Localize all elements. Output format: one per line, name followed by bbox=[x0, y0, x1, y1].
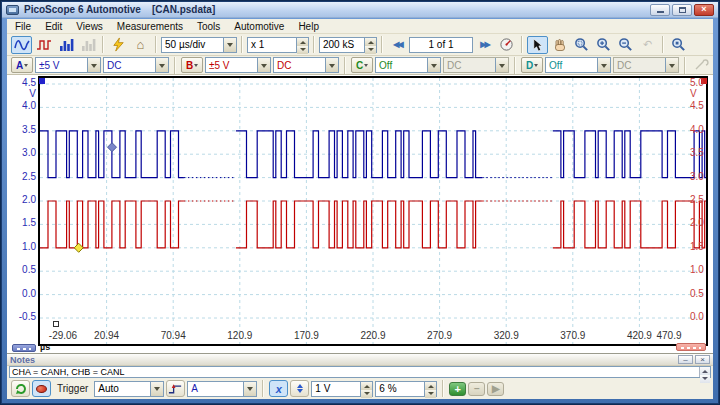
channel-d-range-select[interactable]: Off bbox=[545, 57, 611, 73]
x-axis-label: 20.94 bbox=[87, 331, 127, 341]
notes-text-input[interactable]: CHA = CANH, CHB = CANL bbox=[10, 367, 699, 377]
main-toolbar: ⌂ 50 µs/div x 1 200 kS ◀◀ 1 of 1 ▶▶ bbox=[7, 34, 713, 56]
trigger-marker-diamond[interactable] bbox=[74, 243, 83, 252]
menu-measurements[interactable]: Measurements bbox=[117, 21, 183, 32]
separator bbox=[102, 36, 104, 53]
dropdown-arrow-icon bbox=[597, 58, 610, 72]
rising-edge-icon bbox=[168, 382, 183, 396]
menu-views[interactable]: Views bbox=[76, 21, 103, 32]
trigger-level-stepper[interactable]: 1 V bbox=[311, 381, 373, 397]
channel-b-coupling-select[interactable]: DC bbox=[273, 57, 339, 73]
time-unit-label: µs bbox=[40, 342, 50, 352]
gauge-icon bbox=[499, 37, 514, 52]
notes-minimize-button[interactable]: – bbox=[678, 355, 693, 364]
trigger-label: Trigger bbox=[57, 383, 88, 394]
notes-title: Notes bbox=[10, 355, 35, 365]
channel-a-options-button[interactable]: A bbox=[11, 57, 33, 73]
trigger-edge-button[interactable] bbox=[166, 380, 185, 397]
home-button[interactable]: ⌂ bbox=[130, 36, 151, 54]
close-button[interactable]: × bbox=[694, 4, 714, 16]
trigger-source-select[interactable]: A bbox=[187, 381, 257, 397]
buffer-navigator-button[interactable] bbox=[496, 36, 517, 54]
y-axis-label-left: 1.0 bbox=[15, 242, 36, 252]
trigger-mode-value: Auto bbox=[98, 383, 119, 394]
undo-arrow-icon: ↶ bbox=[643, 39, 652, 50]
stepper-arrows-icon[interactable] bbox=[364, 38, 376, 52]
y-axis-label-right: 0.0 bbox=[690, 312, 711, 322]
dropdown-arrow-icon bbox=[243, 382, 256, 396]
maximize-button[interactable] bbox=[672, 4, 692, 16]
menu-help[interactable]: Help bbox=[298, 21, 319, 32]
y-axis-label-left: 3.0 bbox=[15, 148, 36, 158]
channel-c-options-button[interactable]: C bbox=[351, 57, 373, 73]
dropdown-arrow-icon bbox=[427, 58, 440, 72]
ruler-marker-diamond[interactable] bbox=[108, 143, 117, 152]
horizontal-zoom-stepper[interactable]: x 1 bbox=[247, 37, 309, 53]
channel-c-range-select[interactable]: Off bbox=[375, 57, 441, 73]
channel-a-range-select[interactable]: ±5 V bbox=[35, 57, 101, 73]
zoom-overview-button[interactable] bbox=[668, 36, 689, 54]
time-axis-handle-left[interactable] bbox=[12, 344, 36, 352]
notes-close-button[interactable]: × bbox=[695, 355, 710, 364]
dropdown-arrow-icon bbox=[223, 38, 236, 52]
time-axis-handle-right[interactable] bbox=[676, 343, 706, 351]
stepper-arrows-icon[interactable] bbox=[360, 382, 372, 396]
stepper-arrows-icon[interactable] bbox=[424, 382, 436, 396]
dropdown-arrow-icon bbox=[24, 64, 28, 69]
channel-b-range-select[interactable]: ±5 V bbox=[205, 57, 271, 73]
samples-stepper[interactable]: 200 kS bbox=[319, 37, 377, 53]
menu-file[interactable]: File bbox=[15, 21, 31, 32]
y-axis-label-left: 4.5 bbox=[15, 78, 36, 88]
time-ruler-handle[interactable] bbox=[53, 321, 59, 327]
scope-view-button[interactable] bbox=[11, 36, 32, 54]
waveform-plot[interactable] bbox=[38, 76, 708, 346]
channel-d-options-button[interactable]: D bbox=[521, 57, 543, 73]
normal-selection-tool[interactable] bbox=[527, 36, 548, 54]
channel-a-coupling-select[interactable]: DC bbox=[103, 57, 169, 73]
add-measurement-button[interactable]: + bbox=[449, 382, 466, 396]
document-title: [CAN.psdata] bbox=[152, 4, 215, 15]
dropdown-arrow-icon bbox=[665, 58, 678, 72]
waveform-canvas bbox=[40, 78, 706, 344]
separator bbox=[514, 57, 516, 74]
channel-a-range: ±5 V bbox=[39, 60, 60, 71]
persistence-view-button[interactable] bbox=[33, 36, 54, 54]
next-buffer-button[interactable]: ▶▶ bbox=[474, 36, 495, 54]
trigger-50pct-button[interactable] bbox=[290, 380, 309, 397]
buffer-position-box[interactable]: 1 of 1 bbox=[409, 37, 473, 53]
hand-tool[interactable] bbox=[549, 36, 570, 54]
menu-automotive[interactable]: Automotive bbox=[234, 21, 284, 32]
undo-zoom-button: ↶ bbox=[637, 36, 658, 54]
zoom-out-tool[interactable] bbox=[615, 36, 636, 54]
separator bbox=[344, 57, 346, 74]
window-content: File Edit Views Measurements Tools Autom… bbox=[7, 19, 713, 398]
start-capture-button[interactable] bbox=[11, 380, 30, 397]
notes-resize-stepper[interactable] bbox=[699, 367, 710, 377]
menu-tools[interactable]: Tools bbox=[197, 21, 220, 32]
channel-a-ruler-handle[interactable] bbox=[39, 78, 45, 84]
trigger-mode-select[interactable]: Auto bbox=[94, 381, 164, 397]
menu-bar: File Edit Views Measurements Tools Autom… bbox=[7, 19, 713, 34]
spectrum-bars-icon bbox=[58, 38, 74, 52]
stepper-arrows-icon[interactable] bbox=[296, 38, 308, 52]
trigger-marker-toggle[interactable]: x bbox=[269, 380, 288, 397]
channel-b-options-button[interactable]: B bbox=[181, 57, 203, 73]
y-axis-label-right: 4.0 bbox=[690, 125, 711, 135]
pre-trigger-stepper[interactable]: 6 % bbox=[375, 381, 437, 397]
menu-edit[interactable]: Edit bbox=[45, 21, 62, 32]
hand-icon bbox=[553, 38, 567, 52]
channel-a-coupling: DC bbox=[107, 60, 121, 71]
previous-buffer-button[interactable]: ◀◀ bbox=[387, 36, 408, 54]
minimize-button[interactable] bbox=[650, 4, 670, 16]
minimize-icon bbox=[657, 11, 664, 13]
spectrum-view-button[interactable] bbox=[55, 36, 76, 54]
stop-capture-button[interactable] bbox=[32, 380, 51, 397]
timebase-select[interactable]: 50 µs/div bbox=[161, 37, 237, 53]
y-axis-label-right: 1.0 bbox=[690, 265, 711, 275]
timebase-value: 50 µs/div bbox=[165, 39, 205, 50]
marquee-zoom-tool[interactable] bbox=[571, 36, 592, 54]
dropdown-arrow-icon bbox=[534, 64, 538, 69]
auto-setup-button[interactable] bbox=[108, 36, 129, 54]
zoom-in-tool[interactable] bbox=[593, 36, 614, 54]
x-axis-label: 470.9 bbox=[649, 331, 689, 341]
